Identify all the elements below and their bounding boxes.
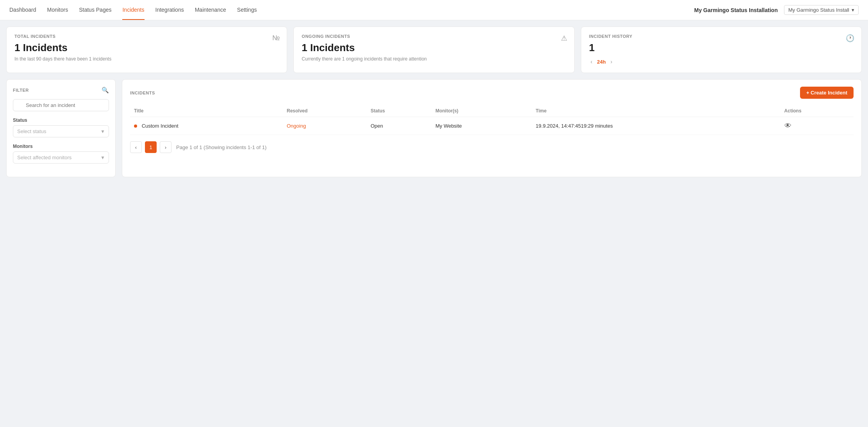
pagination: ‹ 1 › Page 1 of 1 (Showing incidents 1-1… (130, 141, 854, 153)
col-actions: Actions (780, 105, 854, 117)
monitors-label: Monitors (13, 144, 109, 149)
create-incident-button[interactable]: + Create Incident (800, 87, 854, 99)
filter-header: FILTER 🔍 (13, 87, 109, 94)
nav-title: My Garmingo Status Installation (694, 7, 778, 13)
filter-title: FILTER (13, 88, 29, 93)
history-icon: 🕐 (846, 34, 854, 43)
next-page-btn[interactable]: › (160, 141, 171, 153)
search-input[interactable] (13, 99, 109, 111)
table-header-row: Title Resolved Status Monitor(s) Time Ac… (130, 105, 854, 117)
incidents-panel: INCIDENTS + Create Incident Title Resolv… (122, 79, 862, 177)
ongoing-count: 1 Incidents (302, 42, 566, 54)
status-select[interactable]: Select status (13, 125, 109, 137)
ongoing-desc: Currently there are 1 ongoing incidents … (302, 56, 566, 62)
view-incident-icon[interactable]: 👁 (784, 122, 791, 130)
page-1-btn[interactable]: 1 (145, 141, 157, 153)
main-content: FILTER 🔍 ⚬ Status Select status ▼ Monito… (0, 73, 868, 183)
status-dot-icon (134, 125, 137, 128)
total-incidents-card: № TOTAL INCIDENTS 1 Incidents In the las… (6, 27, 287, 73)
search-icon[interactable]: 🔍 (102, 87, 109, 94)
history-label: INCIDENT HISTORY (589, 34, 854, 39)
col-title: Title (130, 105, 283, 117)
prev-page-btn[interactable]: ‹ (130, 141, 142, 153)
nav-right: My Garmingo Status Installation My Garmi… (694, 5, 859, 15)
nav-links: Dashboard Monitors Status Pages Incident… (9, 0, 694, 20)
stats-row: № TOTAL INCIDENTS 1 Incidents In the las… (0, 20, 868, 73)
history-next-btn[interactable]: › (609, 58, 614, 66)
history-count: 1 (589, 42, 854, 54)
total-label: TOTAL INCIDENTS (14, 34, 279, 39)
status-select-wrapper: Select status ▼ (13, 125, 109, 137)
incident-resolved: Ongoing (283, 117, 367, 135)
warning-icon: ⚠ (561, 34, 567, 43)
incidents-title: INCIDENTS (130, 91, 155, 95)
nav-incidents[interactable]: Incidents (122, 0, 144, 20)
nav-status-pages[interactable]: Status Pages (79, 0, 111, 20)
table-row: Custom Incident Ongoing Open My Website … (130, 117, 854, 135)
history-nav: ‹ 24h › (589, 58, 854, 66)
col-time: Time (532, 105, 780, 117)
total-desc: In the last 90 days there have been 1 in… (14, 56, 279, 62)
nav-maintenance[interactable]: Maintenance (195, 0, 226, 20)
ongoing-incidents-card: ⚠ ONGOING INCIDENTS 1 Incidents Currentl… (293, 27, 574, 73)
nav-monitors[interactable]: Monitors (47, 0, 68, 20)
total-count: 1 Incidents (14, 42, 279, 54)
col-monitors: Monitor(s) (432, 105, 532, 117)
incidents-header: INCIDENTS + Create Incident (130, 87, 854, 99)
chevron-down-icon: ▾ (852, 7, 854, 13)
incident-actions: 👁 (780, 117, 854, 135)
incident-title: Custom Incident (130, 117, 283, 135)
total-icon: № (272, 34, 280, 42)
history-period[interactable]: 24h (597, 59, 605, 65)
incident-status: Open (367, 117, 432, 135)
nav-installation-dropdown[interactable]: My Garmingo Status Install ▾ (784, 5, 859, 15)
status-label: Status (13, 117, 109, 123)
nav-integrations[interactable]: Integrations (155, 0, 184, 20)
ongoing-label: ONGOING INCIDENTS (302, 34, 566, 39)
monitors-select[interactable]: Select affected monitors (13, 151, 109, 164)
nav-dashboard[interactable]: Dashboard (9, 0, 36, 20)
col-resolved: Resolved (283, 105, 367, 117)
incident-history-card: 🕐 INCIDENT HISTORY 1 ‹ 24h › (581, 27, 862, 73)
navbar: Dashboard Monitors Status Pages Incident… (0, 0, 868, 20)
search-wrapper: ⚬ (13, 99, 109, 111)
incidents-table: Title Resolved Status Monitor(s) Time Ac… (130, 105, 854, 135)
col-status: Status (367, 105, 432, 117)
incident-monitors: My Website (432, 117, 532, 135)
filter-panel: FILTER 🔍 ⚬ Status Select status ▼ Monito… (6, 79, 116, 177)
history-prev-btn[interactable]: ‹ (589, 58, 594, 66)
incident-time: 19.9.2024, 14:47:4519:29 minutes (532, 117, 780, 135)
nav-settings[interactable]: Settings (237, 0, 257, 20)
monitors-select-wrapper: Select affected monitors ▼ (13, 151, 109, 164)
pagination-info: Page 1 of 1 (Showing incidents 1-1 of 1) (176, 144, 266, 150)
